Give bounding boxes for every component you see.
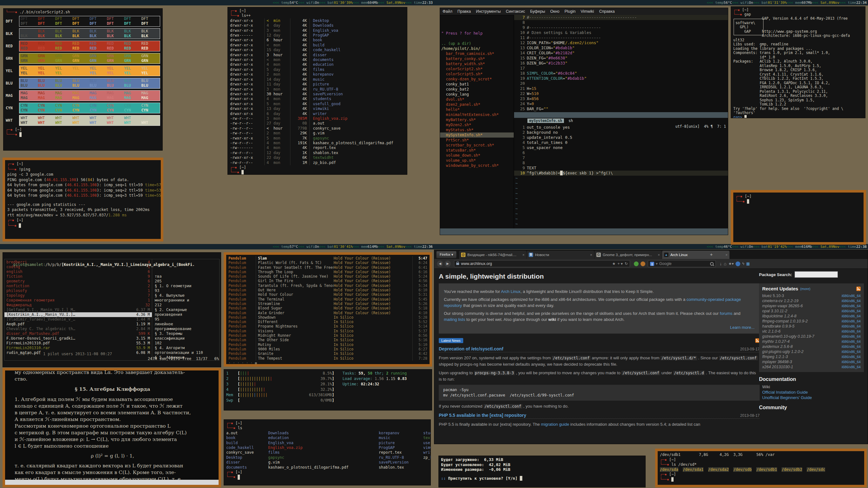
reload-icon[interactable]: ↻ — [625, 262, 628, 266]
gvim-window[interactable]: ФайлПравкаИнструментыСинтаксисБуферыОкно… — [440, 8, 728, 235]
editor-pane-bottom[interactable]: 1out_to_console yes2background no3update… — [514, 125, 728, 228]
playlist-row[interactable]: PendulumSounds Of Life (ft. Jasmine Yee)… — [228, 274, 427, 279]
nerdtree-item[interactable]: dvol.sh* — [440, 97, 514, 102]
package-link[interactable]: gst-plugins-ugly 1.2.0-2 — [762, 349, 804, 354]
nerdtree-item[interactable]: conky_bat1 — [440, 82, 514, 87]
new-tab-button[interactable]: + — [708, 251, 715, 258]
nerdtree-item[interactable]: minimalYetExtensive.sh* — [440, 112, 514, 117]
news-title-link[interactable]: PHP 5.5 available in the [extra] reposit… — [439, 413, 526, 418]
menu-item[interactable]: Правка — [458, 9, 471, 14]
terminal-empty[interactable]: ┌─▪ [~]└──▪ — [731, 190, 866, 245]
tab-close-icon[interactable]: × — [724, 251, 727, 259]
menu-item[interactable]: Vimwiki — [581, 9, 594, 14]
search-engine-caret[interactable]: ▾ — [656, 262, 658, 266]
package-link[interactable]: avidemux 2.5.6-8 — [762, 344, 793, 349]
ranger-file-manager[interactable]: pilot@samolet:/h/p/b/[Kostrikin_A.I.,_Ma… — [3, 252, 221, 367]
doc-link[interactable]: Wiki — [759, 384, 864, 390]
tab-close-icon[interactable]: × — [521, 251, 525, 259]
menu-item[interactable]: Справка — [599, 9, 615, 14]
terminal-gap[interactable]: ┌─▪ [~]└──▪ gap GAP, Version 4.6.4 of 04… — [731, 6, 865, 118]
playlist-row[interactable]: PendulumDifferentIn Silico5:52 — [228, 319, 427, 324]
rss-icon[interactable] — [856, 286, 861, 291]
playlist-row[interactable]: PendulumGraniteIn Silico4:42 — [228, 352, 427, 356]
ranger-row[interactable]: topology7 — [4, 293, 152, 298]
nerdtree-item[interactable]: conky-dzen_by_scrot* — [440, 77, 514, 82]
playlist-row[interactable]: PendulumTarantula (ft. Fresh, Spyda & Te… — [228, 283, 427, 288]
package-link[interactable]: ffmpeg 1:2.1-3 — [762, 354, 788, 359]
arch-links[interactable]: i686/x86_64 — [842, 319, 861, 324]
nerdtree-item[interactable]: volume_up.sh* — [440, 158, 514, 163]
music-player[interactable]: PendulumSlamHold Your Colour (Reissue)5:… — [224, 252, 432, 367]
addon-circle-icon[interactable] — [736, 262, 740, 266]
ranger-row[interactable]: geometry6 — [4, 279, 152, 284]
playlist-row[interactable]: PendulumBlood SugarHold Your Colour (Rei… — [228, 306, 427, 310]
playlist-row[interactable]: Pendulum9000 MilesIn Silico6:27 — [228, 347, 427, 352]
playlist-row[interactable]: PendulumMutinyIn Silico5:10 — [228, 342, 427, 347]
bookmarks-menu-icon[interactable]: ★▾ — [728, 262, 734, 266]
menu-item[interactable]: Окно — [550, 9, 559, 14]
package-link[interactable]: libquicktime 1.2.4-8 — [762, 313, 797, 319]
nerdtree-item[interactable]: myStatus.sh* — [440, 127, 514, 132]
arch-links[interactable]: i686/x86_64 — [842, 334, 861, 339]
nerdtree-item[interactable]: colorScript5.sh* — [440, 71, 514, 77]
add-icon[interactable]: + ▾ — [618, 262, 623, 266]
terminal-disk[interactable]: /dev/sdb1 7,8G 4,2G 3,3G 56% /var┌─▪ [~]… — [655, 449, 867, 487]
url-bar[interactable]: www.archlinux.org ★ + ▾ ↻ — [454, 260, 630, 267]
nerdtree-panel[interactable]: " Press ? for help.. (up a dir)/home/pil… — [440, 15, 514, 228]
search-icon[interactable] — [710, 262, 714, 266]
ranger-row[interactable]: english6 — [4, 269, 152, 274]
package-link[interactable]: opal 3.10.11-2 — [762, 308, 787, 313]
downloads-icon[interactable]: ↓ — [720, 261, 722, 266]
nerdtree-item[interactable]: dzen2_panel.sh* — [440, 102, 514, 107]
ranger-row[interactable]: disser_of_Martushev.pdf599 K — [4, 331, 152, 336]
arch-links[interactable]: i686/x86_64 — [842, 349, 861, 354]
editor-pane-top[interactable]: 7#--------------------------------------… — [514, 15, 728, 112]
menu-item[interactable]: Инструменты — [476, 9, 501, 14]
url-text[interactable]: www.archlinux.org — [461, 262, 610, 266]
nerdtree-item[interactable]: colorScript2.sh* — [440, 66, 514, 71]
package-link[interactable]: x264 20131030-1 — [762, 364, 793, 369]
addon-icon[interactable] — [641, 262, 645, 266]
package-search-input[interactable] — [795, 271, 838, 278]
tab-close-icon[interactable]: × — [589, 251, 592, 259]
ranger-row[interactable]: FirrmoLin201310.pdf55.3 M — [4, 341, 152, 346]
terminal-pacman[interactable]: Будет загружено: 6,33 MiBБудет установле… — [438, 456, 646, 487]
arch-links[interactable]: i686/x86_64 — [842, 359, 861, 364]
arch-links[interactable]: i686/x86_64 — [842, 313, 861, 319]
more-link[interactable]: (more) — [800, 287, 810, 291]
terminal-ping[interactable]: ┌─▪ [~]└──▪ !pingping -c 3 google.comPIN… — [3, 158, 163, 241]
ranger-row[interactable]: F.Uorner-Osnovi_teorii_gradki…3.15 M — [4, 336, 152, 341]
search-placeholder[interactable]: Google — [659, 262, 672, 266]
nerdtree-item[interactable]: mySystemInfo.sh* — [440, 132, 514, 138]
playlist-row[interactable]: PendulumMidnight RunnerIn Silico6:56 — [228, 333, 427, 338]
playlist-row[interactable]: PendulumAxle GrinderHold Your Colour (Re… — [228, 311, 427, 315]
playlist-row[interactable]: PendulumShowdownIn Silico5:28 — [228, 315, 427, 319]
ranger-row[interactable]: AeqB.pdf1.19 M — [4, 322, 152, 327]
playlist-row[interactable]: PendulumThrough The LoopHold Your Colour… — [228, 270, 427, 274]
ranger-row[interactable]: Chevalley C. The algebraic th…2.84 M — [4, 327, 152, 331]
nerdtree-item[interactable]: battery_conky.sh* — [440, 56, 514, 61]
nerdtree-item[interactable]: myBattery.sh* — [440, 117, 514, 122]
playlist-row[interactable]: PendulumPropane NightmaresIn Silico5:14 — [228, 324, 427, 329]
doc-link[interactable]: Official Installation Guide — [759, 390, 864, 395]
arch-links[interactable]: i686/x86_64 — [842, 344, 861, 349]
menu-item[interactable]: Файл — [442, 9, 453, 14]
arch-links[interactable]: i686/x86_64 — [842, 364, 861, 369]
arch-links[interactable]: i686/x86_64 — [842, 293, 861, 298]
nerdtree-item[interactable]: PrtScr.sh* — [440, 138, 514, 143]
terminal-colorscript[interactable]: └───▪ ./.bin/colorScript2.sh DFT DFTDFTD… — [3, 8, 163, 151]
arch-links[interactable]: i686/x86_64 — [842, 339, 861, 344]
addon-grid-icon[interactable]: ▦ — [746, 262, 750, 266]
package-link[interactable]: mythtv 1:0.27-4 — [762, 339, 789, 344]
nerdtree-item[interactable]: myDzen2.sh* — [440, 122, 514, 127]
package-link[interactable]: mplayer 36498-3 — [762, 359, 792, 364]
playlist-row[interactable]: PendulumThe TerminalHold Your Colour (Re… — [228, 297, 427, 302]
bookmark-star-icon[interactable]: ★ — [612, 262, 616, 266]
ranger-row[interactable]: bredberri4 — [4, 260, 152, 265]
search-bar[interactable]: g ▾ Google — [648, 260, 716, 267]
arch-links[interactable]: i686/x86_64 — [842, 329, 861, 334]
addon-bolt-icon[interactable]: ϟ — [742, 262, 744, 266]
nerdtree-item[interactable]: scrotbar_by_scrot.sh* — [440, 143, 514, 148]
nerdtree-item[interactable]: statusBar.sh* — [440, 148, 514, 153]
ranger-row[interactable]: [Gelfand_S.I.,_Manin_YU.I.]_M…6.37 M — [4, 308, 152, 312]
